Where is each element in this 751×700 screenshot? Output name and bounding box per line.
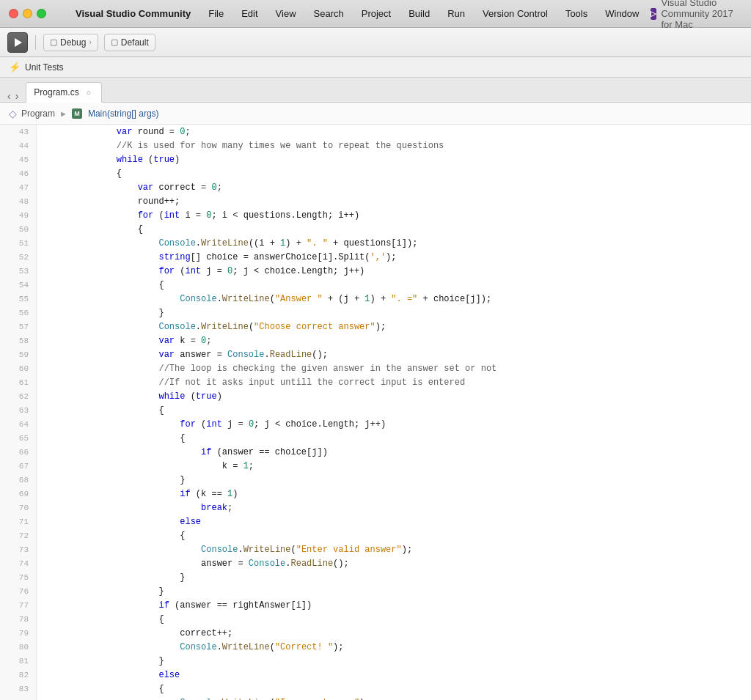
line-number: 59	[0, 347, 36, 361]
code-line: for (int j = 0; j < choice.Length; j++)	[37, 417, 751, 431]
forward-arrow[interactable]: ›	[14, 90, 21, 102]
code-line: //K is used for how many times we want t…	[37, 139, 751, 152]
line-number: 64	[0, 417, 36, 431]
line-number: 45	[0, 152, 36, 166]
titlebar-center: ▷ Visual Studio Community 2017 for Mac	[651, 0, 742, 30]
line-number: 78	[0, 612, 36, 626]
code-line: correct++;	[37, 626, 751, 640]
target-label: Default	[121, 37, 149, 48]
code-line: Console.WriteLine("Incorrect.....");	[37, 696, 751, 700]
line-number: 71	[0, 515, 36, 528]
line-number: 49	[0, 208, 36, 222]
line-number: 54	[0, 278, 36, 292]
window-title: ▷ Visual Studio Community 2017 for Mac	[651, 0, 742, 30]
version-control-menu-item[interactable]: Version Control	[480, 7, 551, 21]
breadcrumb-bar: ◇ Program ► M Main(string[] args)	[0, 103, 751, 125]
line-number: 57	[0, 320, 36, 334]
debug-config-button[interactable]: ▢ Debug ›	[43, 34, 98, 51]
breadcrumb-class: Program	[21, 108, 55, 119]
debug-chevron: ›	[89, 38, 91, 46]
line-number: 56	[0, 306, 36, 320]
code-line: //If not it asks input untill the correc…	[37, 375, 751, 389]
view-menu-item[interactable]: View	[273, 7, 299, 21]
code-line: //The loop is checking the given answer …	[37, 361, 751, 375]
code-line: }	[37, 473, 751, 487]
vs-icon: ▷	[651, 8, 656, 20]
line-number: 66	[0, 445, 36, 459]
window-menu-item[interactable]: Window	[602, 7, 642, 21]
code-line: Console.WriteLine("Enter valid answer");	[37, 542, 751, 556]
line-number: 81	[0, 654, 36, 668]
code-line: }	[37, 306, 751, 320]
line-number: 73	[0, 542, 36, 556]
line-number: 62	[0, 389, 36, 403]
maximize-button[interactable]	[37, 9, 46, 18]
line-number: 72	[0, 528, 36, 542]
line-number: 60	[0, 361, 36, 375]
line-number: 48	[0, 194, 36, 208]
lightning-icon: ⚡	[9, 62, 21, 73]
nav-arrows: ‹ ›	[6, 90, 20, 102]
line-number: 68	[0, 473, 36, 487]
apple-menu[interactable]	[55, 12, 61, 15]
program-cs-tab[interactable]: Program.cs ○	[26, 82, 101, 103]
code-line: Console.WriteLine("Choose correct answer…	[37, 320, 751, 334]
line-number: 74	[0, 556, 36, 570]
line-number: 44	[0, 139, 36, 152]
unit-tests-bar: ⚡ Unit Tests	[0, 57, 751, 78]
play-icon	[15, 38, 22, 47]
target-config-button[interactable]: ▢ Default	[104, 34, 155, 51]
line-number: 46	[0, 166, 36, 180]
window-title-text: Visual Studio Community 2017 for Mac	[661, 0, 742, 30]
file-menu-item[interactable]: File	[205, 7, 227, 21]
edit-menu-item[interactable]: Edit	[238, 7, 260, 21]
tools-menu-item[interactable]: Tools	[563, 7, 590, 21]
line-number: 65	[0, 431, 36, 445]
code-line: Console.WriteLine("Correct! ");	[37, 640, 751, 654]
line-number: 84	[0, 696, 36, 700]
code-line: {	[37, 222, 751, 236]
code-line: else	[37, 515, 751, 528]
project-menu-item[interactable]: Project	[359, 7, 394, 21]
code-line: for (int j = 0; j < choice.Length; j++)	[37, 264, 751, 278]
tab-bar: ‹ › Program.cs ○	[0, 78, 751, 103]
build-menu-item[interactable]: Build	[406, 7, 433, 21]
run-menu-item[interactable]: Run	[444, 7, 468, 21]
app-menu-item[interactable]: Visual Studio Community	[73, 7, 194, 21]
toolbar-separator-1	[35, 35, 36, 50]
code-editor: 4344454647484950515253545556575859606162…	[0, 125, 751, 700]
code-line: else	[37, 668, 751, 682]
back-arrow[interactable]: ‹	[6, 90, 12, 102]
traffic-lights	[9, 9, 46, 18]
code-line: }	[37, 570, 751, 584]
close-button[interactable]	[9, 9, 18, 18]
code-line: round++;	[37, 194, 751, 208]
code-line: Console.WriteLine((i + 1) + ". " + quest…	[37, 236, 751, 250]
line-number: 61	[0, 375, 36, 389]
code-line: break;	[37, 501, 751, 515]
namespace-icon: ◇	[9, 108, 17, 119]
tab-close-button[interactable]: ○	[84, 87, 94, 97]
code-line: {	[37, 682, 751, 696]
line-number: 83	[0, 682, 36, 696]
line-number: 58	[0, 334, 36, 347]
menu-bar: Visual Studio Community File Edit View S…	[55, 7, 642, 21]
play-button[interactable]	[7, 32, 28, 53]
line-numbers: 4344454647484950515253545556575859606162…	[0, 125, 37, 700]
breadcrumb-separator: ►	[59, 109, 67, 118]
tab-label: Program.cs	[34, 87, 78, 97]
code-line: if (k == 1)	[37, 487, 751, 501]
titlebar: Visual Studio Community File Edit View S…	[0, 0, 751, 28]
line-number: 52	[0, 250, 36, 264]
code-content[interactable]: var round = 0; //K is used for how many …	[37, 125, 751, 700]
line-number: 67	[0, 459, 36, 473]
code-line: {	[37, 166, 751, 180]
line-number: 77	[0, 598, 36, 612]
search-menu-item[interactable]: Search	[311, 7, 347, 21]
code-line: }	[37, 654, 751, 668]
code-line: for (int i = 0; i < questions.Length; i+…	[37, 208, 751, 222]
line-number: 75	[0, 570, 36, 584]
code-area[interactable]: 4344454647484950515253545556575859606162…	[0, 125, 751, 700]
minimize-button[interactable]	[23, 9, 32, 18]
line-number: 50	[0, 222, 36, 236]
